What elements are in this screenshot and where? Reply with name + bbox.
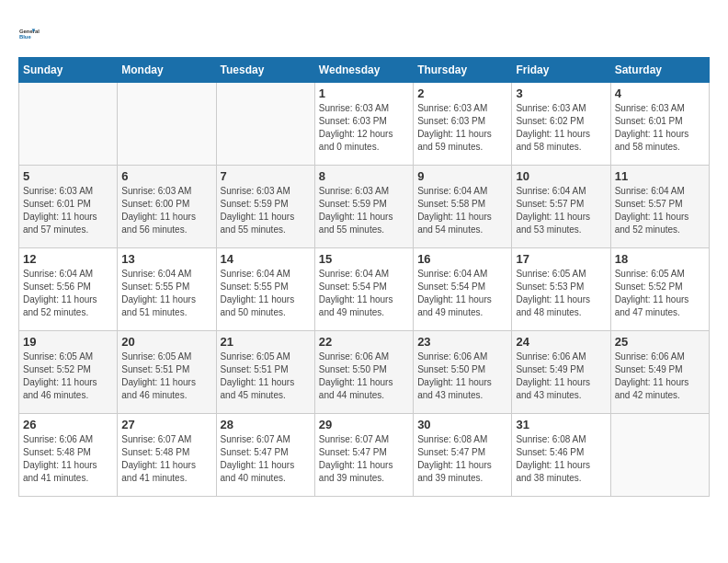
logo: General Blue: [18, 18, 48, 48]
day-info: Sunrise: 6:05 AM Sunset: 5:51 PM Dayligh…: [221, 350, 311, 402]
day-info: Sunrise: 6:03 AM Sunset: 6:01 PM Dayligh…: [23, 185, 113, 236]
week-row-3: 12Sunrise: 6:04 AM Sunset: 5:56 PM Dayli…: [19, 248, 710, 331]
day-info: Sunrise: 6:03 AM Sunset: 5:59 PM Dayligh…: [319, 185, 409, 236]
day-number: 13: [121, 252, 211, 266]
day-number: 25: [615, 335, 705, 349]
day-info: Sunrise: 6:05 AM Sunset: 5:52 PM Dayligh…: [23, 350, 113, 402]
header-cell-friday: Friday: [512, 58, 610, 83]
day-number: 10: [516, 169, 606, 183]
day-cell: 23Sunrise: 6:06 AM Sunset: 5:50 PM Dayli…: [414, 331, 512, 414]
day-cell: 20Sunrise: 6:05 AM Sunset: 5:51 PM Dayli…: [118, 331, 216, 414]
day-info: Sunrise: 6:04 AM Sunset: 5:54 PM Dayligh…: [319, 268, 409, 319]
day-info: Sunrise: 6:05 AM Sunset: 5:51 PM Dayligh…: [121, 350, 211, 402]
day-cell: 16Sunrise: 6:04 AM Sunset: 5:54 PM Dayli…: [414, 248, 512, 331]
day-info: Sunrise: 6:03 AM Sunset: 6:00 PM Dayligh…: [121, 185, 211, 236]
day-number: 18: [615, 252, 705, 266]
header-cell-thursday: Thursday: [414, 58, 512, 83]
day-cell: 8Sunrise: 6:03 AM Sunset: 5:59 PM Daylig…: [314, 166, 413, 248]
day-cell: 13Sunrise: 6:04 AM Sunset: 5:55 PM Dayli…: [118, 248, 216, 331]
day-cell: 31Sunrise: 6:08 AM Sunset: 5:46 PM Dayli…: [512, 414, 610, 497]
day-cell: 3Sunrise: 6:03 AM Sunset: 6:02 PM Daylig…: [512, 83, 610, 166]
day-info: Sunrise: 6:08 AM Sunset: 5:46 PM Dayligh…: [516, 433, 606, 485]
day-number: 16: [417, 252, 507, 266]
day-info: Sunrise: 6:03 AM Sunset: 6:03 PM Dayligh…: [319, 102, 409, 154]
day-number: 22: [319, 335, 409, 349]
day-cell: 21Sunrise: 6:05 AM Sunset: 5:51 PM Dayli…: [216, 331, 314, 414]
day-number: 29: [319, 418, 409, 431]
week-row-5: 26Sunrise: 6:06 AM Sunset: 5:48 PM Dayli…: [19, 414, 710, 497]
day-info: Sunrise: 6:06 AM Sunset: 5:49 PM Dayligh…: [516, 350, 606, 402]
day-cell: 27Sunrise: 6:07 AM Sunset: 5:48 PM Dayli…: [118, 414, 216, 497]
day-cell: 5Sunrise: 6:03 AM Sunset: 6:01 PM Daylig…: [19, 166, 118, 248]
day-cell: 19Sunrise: 6:05 AM Sunset: 5:52 PM Dayli…: [19, 331, 118, 414]
week-row-1: 1Sunrise: 6:03 AM Sunset: 6:03 PM Daylig…: [19, 83, 710, 166]
calendar-table: SundayMondayTuesdayWednesdayThursdayFrid…: [18, 57, 710, 497]
day-number: 4: [615, 86, 705, 100]
day-info: Sunrise: 6:03 AM Sunset: 5:59 PM Dayligh…: [221, 185, 311, 236]
day-cell: 10Sunrise: 6:04 AM Sunset: 5:57 PM Dayli…: [512, 166, 610, 248]
day-cell: 28Sunrise: 6:07 AM Sunset: 5:47 PM Dayli…: [216, 414, 314, 497]
day-number: 15: [319, 252, 409, 266]
day-number: 24: [516, 335, 606, 349]
day-cell: 18Sunrise: 6:05 AM Sunset: 5:52 PM Dayli…: [610, 248, 709, 331]
logo-icon: General Blue: [18, 18, 48, 48]
day-number: 26: [23, 418, 113, 431]
day-info: Sunrise: 6:07 AM Sunset: 5:47 PM Dayligh…: [319, 433, 409, 485]
day-number: 14: [221, 252, 311, 266]
day-number: 19: [23, 335, 113, 349]
day-cell: 26Sunrise: 6:06 AM Sunset: 5:48 PM Dayli…: [19, 414, 118, 497]
day-number: 12: [23, 252, 113, 266]
day-cell: [216, 83, 314, 166]
day-cell: 30Sunrise: 6:08 AM Sunset: 5:47 PM Dayli…: [414, 414, 512, 497]
day-cell: 25Sunrise: 6:06 AM Sunset: 5:49 PM Dayli…: [610, 331, 709, 414]
day-info: Sunrise: 6:06 AM Sunset: 5:48 PM Dayligh…: [23, 433, 113, 485]
day-cell: 11Sunrise: 6:04 AM Sunset: 5:57 PM Dayli…: [610, 166, 709, 248]
day-info: Sunrise: 6:07 AM Sunset: 5:47 PM Dayligh…: [221, 433, 311, 485]
day-number: 30: [417, 418, 507, 431]
day-info: Sunrise: 6:04 AM Sunset: 5:56 PM Dayligh…: [23, 268, 113, 319]
day-number: 20: [121, 335, 211, 349]
header-row: SundayMondayTuesdayWednesdayThursdayFrid…: [19, 58, 710, 83]
day-number: 3: [516, 86, 606, 100]
day-info: Sunrise: 6:04 AM Sunset: 5:57 PM Dayligh…: [516, 185, 606, 236]
day-info: Sunrise: 6:06 AM Sunset: 5:49 PM Dayligh…: [615, 350, 705, 402]
day-cell: 2Sunrise: 6:03 AM Sunset: 6:03 PM Daylig…: [414, 83, 512, 166]
day-number: 2: [417, 86, 507, 100]
day-info: Sunrise: 6:06 AM Sunset: 5:50 PM Dayligh…: [319, 350, 409, 402]
day-cell: 24Sunrise: 6:06 AM Sunset: 5:49 PM Dayli…: [512, 331, 610, 414]
day-number: 17: [516, 252, 606, 266]
day-number: 7: [221, 169, 311, 183]
svg-text:Blue: Blue: [19, 34, 32, 40]
day-cell: [19, 83, 118, 166]
day-info: Sunrise: 6:07 AM Sunset: 5:48 PM Dayligh…: [121, 433, 211, 485]
day-cell: 29Sunrise: 6:07 AM Sunset: 5:47 PM Dayli…: [314, 414, 413, 497]
day-info: Sunrise: 6:03 AM Sunset: 6:01 PM Dayligh…: [615, 102, 705, 154]
header-cell-tuesday: Tuesday: [216, 58, 314, 83]
day-info: Sunrise: 6:03 AM Sunset: 6:02 PM Dayligh…: [516, 102, 606, 154]
day-cell: 12Sunrise: 6:04 AM Sunset: 5:56 PM Dayli…: [19, 248, 118, 331]
day-cell: 15Sunrise: 6:04 AM Sunset: 5:54 PM Dayli…: [314, 248, 413, 331]
header-cell-wednesday: Wednesday: [314, 58, 413, 83]
day-number: 1: [319, 86, 409, 100]
day-cell: [118, 83, 216, 166]
day-info: Sunrise: 6:06 AM Sunset: 5:50 PM Dayligh…: [417, 350, 507, 402]
day-info: Sunrise: 6:03 AM Sunset: 6:03 PM Dayligh…: [417, 102, 507, 154]
day-info: Sunrise: 6:05 AM Sunset: 5:52 PM Dayligh…: [615, 268, 705, 319]
day-cell: [610, 414, 709, 497]
day-cell: 1Sunrise: 6:03 AM Sunset: 6:03 PM Daylig…: [314, 83, 413, 166]
day-info: Sunrise: 6:04 AM Sunset: 5:58 PM Dayligh…: [417, 185, 507, 236]
day-number: 5: [23, 169, 113, 183]
day-info: Sunrise: 6:05 AM Sunset: 5:53 PM Dayligh…: [516, 268, 606, 319]
day-cell: 22Sunrise: 6:06 AM Sunset: 5:50 PM Dayli…: [314, 331, 413, 414]
day-cell: 4Sunrise: 6:03 AM Sunset: 6:01 PM Daylig…: [610, 83, 709, 166]
day-number: 11: [615, 169, 705, 183]
header-cell-sunday: Sunday: [19, 58, 118, 83]
week-row-4: 19Sunrise: 6:05 AM Sunset: 5:52 PM Dayli…: [19, 331, 710, 414]
day-number: 6: [121, 169, 211, 183]
week-row-2: 5Sunrise: 6:03 AM Sunset: 6:01 PM Daylig…: [19, 166, 710, 248]
day-number: 27: [121, 418, 211, 431]
day-cell: 9Sunrise: 6:04 AM Sunset: 5:58 PM Daylig…: [414, 166, 512, 248]
day-info: Sunrise: 6:04 AM Sunset: 5:55 PM Dayligh…: [221, 268, 311, 319]
day-cell: 14Sunrise: 6:04 AM Sunset: 5:55 PM Dayli…: [216, 248, 314, 331]
day-cell: 17Sunrise: 6:05 AM Sunset: 5:53 PM Dayli…: [512, 248, 610, 331]
